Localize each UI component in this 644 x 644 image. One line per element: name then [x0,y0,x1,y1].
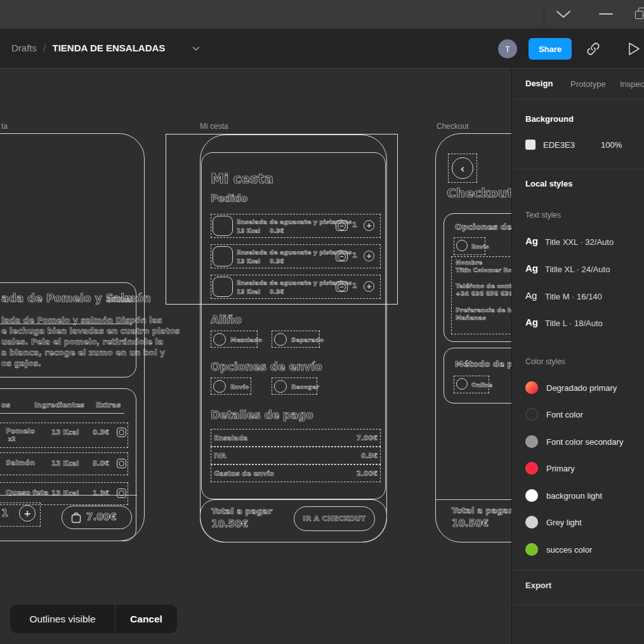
ingredient-add-icon[interactable] [117,428,126,437]
cart-total-value: 10.50€ [211,518,248,530]
ingredient-row[interactable]: Salmón 13 Kcal 5.0€ [0,452,128,475]
text-styles-title: Text styles [525,211,561,220]
tab-chevron-down-icon[interactable] [556,10,571,19]
ingredient-add-icon[interactable] [117,459,126,468]
option-label: Mezclado [230,336,262,343]
text-style-sample: Ag [525,263,538,273]
recipe-desc-line: os gajos. [1,358,41,368]
file-name[interactable]: TIENDA DE ENSALADAS [53,43,166,53]
payment-row: Ensalada 7.00€ [211,429,381,447]
color-style-row[interactable]: Font color secondary [512,435,644,453]
ingredient-row[interactable]: Queso feta 13 Kcal 1.3€ [0,482,128,505]
copy-link-icon[interactable] [585,41,601,57]
file-menu-chevron-icon[interactable] [192,46,200,51]
shipping-option-recoger[interactable]: Recoger [272,378,317,395]
ingredient-name: Salmón [6,459,35,467]
recipe-tab-partial[interactable]: os [1,401,10,409]
background-hex-value[interactable]: EDE3E3 [543,140,575,150]
plus-glyph: + [23,508,31,518]
bag-icon [71,511,81,523]
checkout-title: Checkout [447,185,511,200]
color-style-name: backgroun light [546,491,602,501]
field-label: Preferencia de ho [456,306,511,313]
text-style-row[interactable]: Ag Title XXL · 32/Auto [512,235,644,252]
recipe-tab-extras[interactable]: Extras [96,401,121,409]
recipe-desc-line: e lechuga bien lavadas en cuatro platos [1,326,180,336]
overlapping-edge-line [0,324,132,324]
minimize-icon[interactable] [599,13,613,15]
design-canvas[interactable]: ta ada de Pomelo y Salmón 20 Kcal lada d… [0,69,511,644]
color-style-row[interactable]: Degradado primary [512,381,644,399]
checkout-cta-button[interactable]: IR A CHECKOUT [294,506,375,531]
export-section-title[interactable]: Export [525,581,551,590]
color-style-row[interactable]: Grey light [512,516,644,534]
color-style-row[interactable]: backgroun light [512,489,644,507]
cart-frame-label[interactable]: Mi cesta [200,122,228,131]
restore-window-icon[interactable] [635,8,644,22]
avatar[interactable]: T [498,39,517,58]
color-style-row[interactable]: Font color [512,408,644,426]
payment-value: 0.5€ [361,452,378,459]
ingredient-name: Queso feta [6,489,49,497]
color-swatch [525,408,538,421]
checkout-shipping-title: Opciones de e [455,222,511,232]
background-color-swatch[interactable] [525,140,536,150]
ingredient-row[interactable]: Pomelo x2 13 Kcal 0.3€ [0,423,128,448]
panel-separator [512,169,644,169]
shipping-option-envio[interactable]: Envío [211,378,251,395]
dressing-option-separado[interactable]: Separado [272,331,320,348]
background-opacity-value[interactable]: 100% [601,140,622,150]
color-swatch [525,462,538,475]
back-button-selection[interactable]: ‹ [448,154,477,183]
payment-row: Gastos de envío 2.00€ [211,464,381,482]
checkout-payment-option[interactable]: Online [454,376,489,393]
payment-title: Detalles de pago [211,409,313,421]
radio-icon [274,333,287,346]
dressing-title: Aliño [211,313,242,326]
tab-design[interactable]: Design [525,79,553,88]
cancel-button[interactable]: Cancel [115,605,177,633]
color-style-row[interactable]: Primary [512,462,644,480]
text-style-row[interactable]: Ag Title M · 16/140 [512,290,644,306]
field-value: +34 636 656 636 [456,290,511,297]
dressing-option-mezclado[interactable]: Mezclado [211,331,258,348]
text-style-label: Title XXL · 32/Auto [545,237,614,247]
checkout-frame-label[interactable]: Checkout [437,122,469,131]
recipe-card-kcal: 20 Kcal [107,296,133,303]
recipe-frame-label[interactable]: ta [1,122,8,131]
option-label: Envío [230,383,249,390]
text-style-sample: Ag [525,235,538,246]
ingredient-price: 1.3€ [93,489,109,497]
ingredient-price: 0.3€ [93,428,109,436]
recipe-qty-value: 1 [1,507,8,519]
present-play-icon[interactable] [627,41,641,56]
color-style-row[interactable]: succes color [512,543,644,561]
recipe-tab-ingredientes[interactable]: Ingredientes [34,401,84,409]
recipe-total-value: 7.00€ [86,511,116,523]
recipe-total-pill[interactable]: 7.00€ [62,506,132,529]
checkout-shipping-option[interactable]: Envío [454,237,485,255]
text-style-row[interactable]: Ag Titlle XL · 24/Auto [512,263,644,279]
tab-prototype[interactable]: Prototype [570,79,606,89]
recipe-desc-line: uales. Pela el pomelo, retirándole la [1,337,163,346]
ingredient-add-icon[interactable] [117,489,126,498]
back-chevron-icon[interactable]: ‹ [452,157,473,179]
text-style-row[interactable]: Ag Title L · 18/Auto [512,317,644,333]
option-label: Online [471,382,492,388]
tab-inspect[interactable]: Inspect [620,79,644,89]
checkout-sheet-top-line [436,499,511,500]
ingredient-kcal: 13 Kcal [51,459,79,467]
plus-icon[interactable]: + [19,505,36,522]
color-swatch [525,435,538,448]
field-value: Mañanas [456,314,486,321]
breadcrumb-drafts[interactable]: Drafts [11,43,37,53]
share-button[interactable]: Share [529,38,572,60]
avatar-initial: T [505,44,510,54]
text-style-label: Title M · 16/140 [545,292,602,301]
local-styles-title[interactable]: Local styles [525,179,572,188]
ingredient-name: Pomelo [6,427,35,435]
selection-bounds[interactable] [166,134,398,305]
share-button-label: Share [539,44,562,54]
text-style-sample: Ag [525,317,538,327]
checkout-fields-group[interactable]: Nombre Titín Colomer Ron Teléfono de con… [451,256,511,334]
